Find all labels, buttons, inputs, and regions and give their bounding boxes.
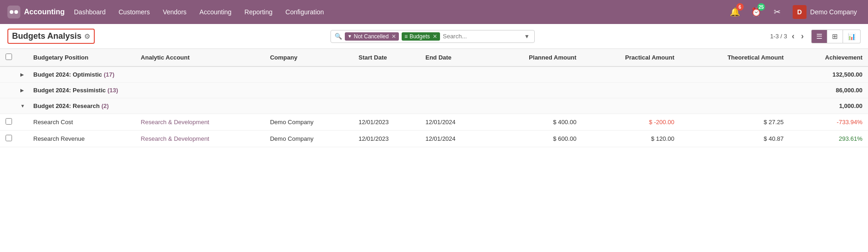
filter-tag-budgets[interactable]: ≡ Budgets ✕ [402,32,440,41]
select-all-checkbox[interactable] [6,54,12,60]
company-avatar: D [793,5,807,19]
row-achievement: 293.61% [789,131,868,147]
row-analytic-account[interactable]: Research & Development [135,114,265,131]
filter-tag-not-cancelled[interactable]: ▼ Not Cancelled ✕ [345,32,399,41]
group-expand-research[interactable]: ▼ [18,98,28,114]
table-container: Budgetary Position Analytic Account Comp… [0,49,868,147]
col-start-date[interactable]: Start Date [353,49,420,66]
search-dropdown-icon[interactable]: ▼ [523,32,531,41]
row-practical-amount: $ 120.00 [582,131,680,147]
top-nav: Accounting Dashboard Customers Vendors A… [0,0,868,24]
company-selector[interactable]: D Demo Company [789,3,861,21]
row-end-date: 12/01/2024 [420,114,487,131]
group-row-pessimistic[interactable]: ▶ Budget 2024: Pessimistic (13) 86,000.0… [0,83,868,98]
col-planned-amount[interactable]: Planned Amount [487,49,582,66]
grid-view-button[interactable]: ⊞ [827,30,843,43]
nav-vendors[interactable]: Vendors [157,6,192,18]
col-theoretical-amount[interactable]: Theoretical Amount [680,49,789,66]
app-name: Accounting [24,8,65,16]
group-label-pessimistic[interactable]: Budget 2024: Pessimistic (13) [28,83,789,98]
col-analytic-account[interactable]: Analytic Account [135,49,265,66]
view-buttons: ☰ ⊞ 📊 [811,30,861,43]
nav-customers[interactable]: Customers [113,6,156,18]
svg-point-1 [10,10,13,14]
group-planned-amount-research: 1,000.00 [789,98,868,114]
row-planned-amount: $ 600.00 [487,131,582,147]
row-checkbox[interactable] [6,135,12,141]
group-count-research: (2) [101,102,109,109]
company-name: Demo Company [810,8,857,16]
col-achievement[interactable]: Achievement [789,49,868,66]
list-view-button[interactable]: ☰ [811,30,827,43]
gear-icon[interactable]: ⚙ [84,32,90,41]
page-title-box: Budgets Analysis ⚙ [7,29,95,44]
row-achievement: -733.94% [789,114,868,131]
nav-accounting[interactable]: Accounting [194,6,237,18]
group-count-optimistic: (17) [104,71,114,78]
search-input[interactable] [443,33,520,40]
group-expand-optimistic[interactable]: ▶ [18,66,28,83]
group-expand-pessimistic[interactable]: ▶ [18,83,28,98]
app-logo[interactable]: Accounting [7,6,65,18]
group-checkbox-cell [0,66,18,83]
reminders-button[interactable]: ⏰ 25 [748,4,764,20]
scissors-icon: ✂ [774,7,781,17]
odoo-logo-icon [7,6,20,18]
col-budgetary-position[interactable]: Budgetary Position [28,49,135,66]
search-bar: 🔍 ▼ Not Cancelled ✕ ≡ Budgets ✕ ▼ [330,30,535,43]
group-planned-amount-pessimistic: 86,000.00 [789,83,868,98]
col-company[interactable]: Company [264,49,353,66]
search-icon: 🔍 [335,33,342,40]
page-title: Budgets Analysis [12,31,81,41]
row-budgetary-position[interactable]: Research Revenue [28,131,135,147]
filter-remove-not-cancelled[interactable]: ✕ [391,33,396,40]
next-page-button[interactable]: › [799,30,806,42]
row-checkbox-cell[interactable] [0,131,18,147]
row-company: Demo Company [264,114,353,131]
nav-reporting[interactable]: Reporting [239,6,278,18]
row-budgetary-position[interactable]: Research Cost [28,114,135,131]
table-row[interactable]: Research Revenue Research & Development … [0,131,868,147]
group-checkbox-cell-research [0,98,18,114]
subheader: Budgets Analysis ⚙ 🔍 ▼ Not Cancelled ✕ ≡… [0,24,868,49]
group-icon: ≡ [404,33,408,40]
group-row-optimistic[interactable]: ▶ Budget 2024: Optimistic (17) 132,500.0… [0,66,868,83]
group-planned-amount-optimistic: 132,500.00 [789,66,868,83]
table-header-row: Budgetary Position Analytic Account Comp… [0,49,868,66]
col-checkbox [0,49,18,66]
chart-view-button[interactable]: 📊 [843,30,861,43]
nav-dashboard[interactable]: Dashboard [68,6,111,18]
group-label-optimistic[interactable]: Budget 2024: Optimistic (17) [28,66,789,83]
group-row-research[interactable]: ▼ Budget 2024: Research (2) 1,000.00 [0,98,868,114]
row-planned-amount: $ 400.00 [487,114,582,131]
col-end-date[interactable]: End Date [420,49,487,66]
row-theoretical-amount: $ 40.87 [680,131,789,147]
row-analytic-account[interactable]: Research & Development [135,131,265,147]
prev-page-button[interactable]: ‹ [790,30,796,42]
row-end-date: 12/01/2024 [420,131,487,147]
group-label-research[interactable]: Budget 2024: Research (2) [28,98,789,114]
budgets-table: Budgetary Position Analytic Account Comp… [0,49,868,147]
row-checkbox-cell[interactable] [0,114,18,131]
row-start-date: 12/01/2023 [353,131,420,147]
scissors-button[interactable]: ✂ [770,4,785,20]
notifications-button[interactable]: 🔔 6 [727,4,743,20]
nav-configuration[interactable]: Configuration [280,6,330,18]
filter-icon: ▼ [348,34,352,39]
col-expand [18,49,28,66]
group-checkbox-cell [0,83,18,98]
filter-label-budgets: Budgets [410,33,430,40]
row-checkbox[interactable] [6,118,12,125]
row-theoretical-amount: $ 27.25 [680,114,789,131]
notifications-badge: 6 [736,3,744,11]
row-expand-cell [18,131,28,147]
pagination-text: 1-3 / 3 [770,33,787,40]
svg-rect-0 [7,6,20,18]
col-practical-amount[interactable]: Practical Amount [582,49,680,66]
svg-point-2 [14,10,18,14]
row-company: Demo Company [264,131,353,147]
filter-remove-budgets[interactable]: ✕ [433,33,437,40]
pagination: 1-3 / 3 ‹ › [770,30,806,42]
row-practical-amount: $ -200.00 [582,114,680,131]
table-row[interactable]: Research Cost Research & Development Dem… [0,114,868,131]
